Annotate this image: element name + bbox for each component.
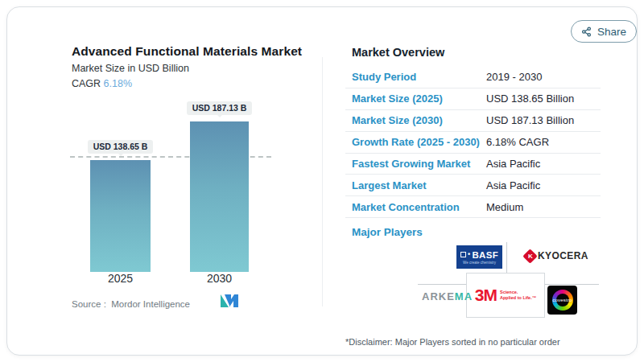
bar-value-label-2025: USD 138.65 B xyxy=(88,140,154,154)
label-pointer xyxy=(118,153,124,159)
market-snapshot-card: Share Advanced Functional Materials Mark… xyxy=(6,6,638,356)
kyocera-logo: K KYOCERA xyxy=(525,250,588,261)
bar-2030[interactable] xyxy=(190,121,249,272)
mordor-intelligence-logo xyxy=(220,294,239,308)
basf-tagline: We create chemistry xyxy=(463,261,496,265)
covestro-logo: covestro xyxy=(547,286,577,315)
bar-value-label-2030: USD 187.13 B xyxy=(187,101,253,115)
label-pointer xyxy=(217,114,223,121)
disclaimer-text: *Disclaimer: Major Players sorted in no … xyxy=(345,337,560,347)
arkema-name-teal: MA xyxy=(455,290,473,302)
basf-logo: • BASF We create chemistry xyxy=(456,245,502,269)
table-row: Growth Rate (2025 - 2030) 6.18% CAGR xyxy=(345,132,601,154)
row-value: 2019 - 2030 xyxy=(486,71,601,83)
table-row: Largest Market Asia Pacific xyxy=(345,175,601,196)
3m-tagline: Science. Applied to Life.™ xyxy=(500,290,536,302)
share-nodes-icon xyxy=(581,27,592,37)
source-value: Mordor Intelligence xyxy=(111,299,190,309)
row-value: USD 187.13 Billion xyxy=(486,114,601,126)
arkema-name-gray: ARKE xyxy=(422,290,455,302)
arkema-logo: ARKEMA xyxy=(422,290,473,302)
row-label: Fastest Growing Market xyxy=(345,158,486,170)
3m-logo-card: 3M Science. Applied to Life.™ xyxy=(466,273,545,318)
x-axis-label-2030: 2030 xyxy=(190,272,249,285)
chart-title: Advanced Functional Materials Market xyxy=(72,44,302,59)
share-button-label: Share xyxy=(597,26,626,38)
source-line: Source : Mordor Intelligence xyxy=(72,299,190,309)
row-value: Asia Pacific xyxy=(486,179,601,191)
row-label: Market Size (2025) xyxy=(345,93,486,105)
share-button[interactable]: Share xyxy=(571,20,637,43)
panel-divider xyxy=(322,57,323,306)
major-players-label: Major Players xyxy=(352,226,423,238)
bar-group-2025[interactable]: USD 138.65 B xyxy=(90,140,151,272)
source-label: Source : xyxy=(72,299,106,309)
row-label: Market Concentration xyxy=(345,201,486,213)
bar-group-2030[interactable]: USD 187.13 B xyxy=(190,101,249,272)
overview-table: Study Period 2019 - 2030 Market Size (20… xyxy=(345,67,601,218)
3m-name: 3M xyxy=(475,286,497,305)
basf-bullet: • xyxy=(468,251,470,258)
basf-name: BASF xyxy=(472,250,498,260)
row-label: Study Period xyxy=(345,71,486,83)
table-row: Fastest Growing Market Asia Pacific xyxy=(345,154,601,175)
covestro-name: covestro xyxy=(552,298,572,302)
major-players-cluster: • BASF We create chemistry K KYOCERA 3M … xyxy=(414,241,601,321)
row-value: USD 138.65 Billion xyxy=(486,93,601,105)
chart-cagr: CAGR 6.18% xyxy=(72,78,132,89)
chart-subtitle: Market Size in USD Billion xyxy=(72,63,189,74)
row-value: Medium xyxy=(486,201,601,213)
table-row: Study Period 2019 - 2030 xyxy=(345,67,601,88)
kyocera-icon: K xyxy=(522,249,537,263)
kyocera-name: KYOCERA xyxy=(538,250,588,261)
basf-square-icon xyxy=(460,252,466,257)
overview-title: Market Overview xyxy=(352,46,444,59)
connector-line-vertical xyxy=(506,242,507,273)
row-label: Market Size (2030) xyxy=(345,114,486,126)
row-label: Largest Market xyxy=(345,179,486,191)
x-axis-label-2025: 2025 xyxy=(90,272,151,285)
row-value: Asia Pacific xyxy=(486,158,601,170)
cagr-label: CAGR xyxy=(72,78,101,89)
bar-2025[interactable] xyxy=(90,160,151,272)
table-row: Market Size (2030) USD 187.13 Billion xyxy=(345,110,601,132)
table-row: Market Size (2025) USD 138.65 Billion xyxy=(345,88,601,110)
table-row: Market Concentration Medium xyxy=(345,196,601,218)
row-value: 6.18% CAGR xyxy=(486,136,601,148)
cagr-value: 6.18% xyxy=(104,78,132,89)
connector-line-right xyxy=(544,284,599,285)
row-label: Growth Rate (2025 - 2030) xyxy=(345,136,486,148)
connector-line-left xyxy=(418,284,466,285)
